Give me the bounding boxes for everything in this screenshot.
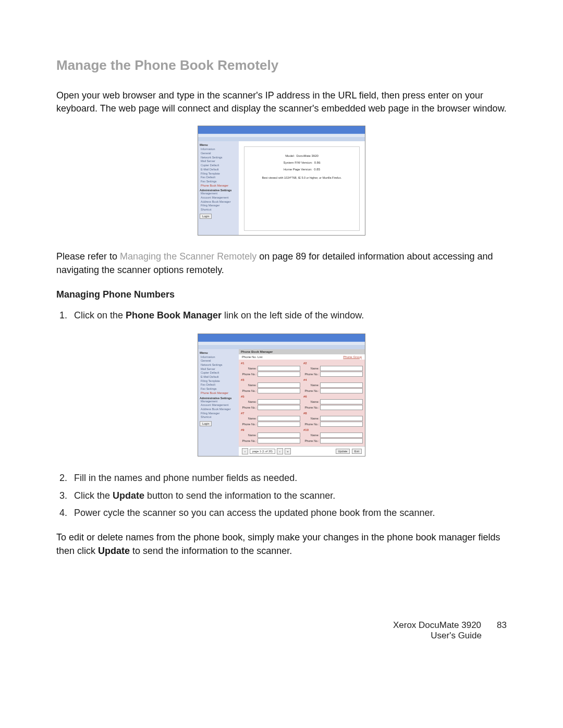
fw-label: System F/W Version: xyxy=(283,161,312,164)
sidebar-item-information[interactable]: Information xyxy=(200,355,237,360)
footer-doc-title: User's Guide xyxy=(56,631,482,641)
name-input[interactable] xyxy=(320,399,363,404)
entry-num-5: #5 xyxy=(241,395,300,398)
sidebar-item-management[interactable]: Management xyxy=(200,400,237,404)
entry-num-4: #4 xyxy=(303,378,363,381)
phone-input[interactable] xyxy=(320,388,363,393)
login-button[interactable]: Login xyxy=(200,421,212,426)
entry-num-7: #7 xyxy=(241,412,300,415)
update-button[interactable]: Update xyxy=(336,449,350,454)
sidebar-item-mail-server[interactable]: Mail Server xyxy=(200,159,237,164)
entry-num-10: #10 xyxy=(303,428,363,431)
name-input[interactable] xyxy=(320,416,363,421)
sidebar-item-network[interactable]: Network Settings xyxy=(200,363,237,367)
sidebar-item-shortcut[interactable]: Shortcut xyxy=(200,208,237,212)
name-input[interactable] xyxy=(320,366,363,371)
phone-input[interactable] xyxy=(320,372,363,377)
pager-next-icon[interactable]: › xyxy=(277,448,283,454)
name-input[interactable] xyxy=(320,433,363,438)
sidebar-item-shortcut[interactable]: Shortcut xyxy=(200,415,237,419)
page-title: Manage the Phone Book Remotely xyxy=(56,57,507,73)
sidebar-section-admin: Administrative Settings xyxy=(200,397,237,400)
name-input[interactable] xyxy=(258,366,300,371)
phone-input[interactable] xyxy=(320,405,363,410)
sidebar-item-general[interactable]: General xyxy=(200,359,237,363)
sidebar-item-mail-server[interactable]: Mail Server xyxy=(200,367,237,372)
hp-label: Home Page Version: xyxy=(284,168,312,171)
reference-paragraph: Please refer to Managing the Scanner Rem… xyxy=(56,250,507,276)
entry-num-6: #6 xyxy=(303,395,363,398)
sidebar-item-phone-book-manager[interactable]: Phone Book Manager xyxy=(200,391,237,396)
pager-prev-icon[interactable]: ‹ xyxy=(242,448,248,454)
content-title: Phone Book Manager xyxy=(239,349,365,354)
name-label: Name: xyxy=(241,367,256,370)
closing-paragraph: To edit or delete names from the phone b… xyxy=(56,531,507,557)
link-managing-scanner-remotely[interactable]: Managing the Scanner Remotely xyxy=(120,251,256,262)
sidebar-item-email-default[interactable]: E-Mail Default xyxy=(200,375,237,379)
sidebar-item-management[interactable]: Management xyxy=(200,192,237,196)
login-button[interactable]: Login xyxy=(200,214,212,219)
screenshot-phone-book: Menu Information General Network Setting… xyxy=(198,334,365,456)
sidebar-item-filing-manager[interactable]: Filing Manager xyxy=(200,204,237,208)
name-input[interactable] xyxy=(258,433,300,438)
sidebar-item-address-book-manager[interactable]: Address Book Manager xyxy=(200,408,237,412)
sidebar-item-fax-default[interactable]: Fax Default xyxy=(200,383,237,387)
footer-page-number: 83 xyxy=(497,620,507,630)
exit-button[interactable]: Exit xyxy=(352,449,362,454)
sidebar-item-account-management[interactable]: Account Management xyxy=(200,403,237,408)
name-input[interactable] xyxy=(258,399,300,404)
sidebar-item-email-default[interactable]: E-Mail Default xyxy=(200,168,237,172)
sub-heading: Managing Phone Numbers xyxy=(56,289,507,300)
name-input[interactable] xyxy=(258,416,300,421)
sidebar-item-copier-default[interactable]: Copier Default xyxy=(200,164,237,168)
sidebar-item-network[interactable]: Network Settings xyxy=(200,156,237,160)
pager-text: page 1 (1 of 20) xyxy=(250,449,275,454)
sidebar-item-fax-default[interactable]: Fax Default xyxy=(200,176,237,180)
model-label: Model: xyxy=(285,154,295,157)
phone-input[interactable] xyxy=(258,422,300,427)
footer-product: Xerox DocuMate 3920 xyxy=(393,620,481,630)
name-input[interactable] xyxy=(258,382,300,388)
name-input[interactable] xyxy=(320,382,363,388)
hp-value: 0.85 xyxy=(314,168,320,171)
step-1: Click on the Phone Book Manager link on … xyxy=(70,309,507,323)
phone-input[interactable] xyxy=(258,438,300,443)
entry-num-2: #2 xyxy=(303,362,363,365)
sidebar-item-phone-book-manager[interactable]: Phone Book Manager xyxy=(200,184,237,188)
sidebar: Menu Information General Network Setting… xyxy=(198,141,239,235)
browser-note: Best viewed with 1024*768, IE 5.0 or hig… xyxy=(250,176,354,181)
intro-paragraph: Open your web browser and type in the sc… xyxy=(56,89,507,115)
entry-num-9: #9 xyxy=(241,428,300,431)
sidebar-item-filing-template[interactable]: Filing Template xyxy=(200,172,237,176)
menu-label: Menu xyxy=(200,143,237,146)
sidebar: Menu Information General Network Setting… xyxy=(198,349,239,456)
screenshot-home: Menu Information General Network Setting… xyxy=(198,126,365,236)
phone-input[interactable] xyxy=(258,372,300,377)
phone-form-area: #1 Name: Phone No.: #2 Name: Phone No.: xyxy=(239,360,365,446)
step-2: Fill in the names and phone number field… xyxy=(70,471,507,486)
window-titlebar xyxy=(198,334,365,342)
pager-last-icon[interactable]: » xyxy=(285,448,291,454)
phone-input[interactable] xyxy=(320,422,363,427)
sidebar-item-information[interactable]: Information xyxy=(200,147,237,152)
steps-list-cont: Fill in the names and phone number field… xyxy=(56,471,507,521)
phone-input[interactable] xyxy=(320,438,363,443)
fw-value: 0.86 xyxy=(314,161,321,164)
sidebar-item-fax-settings[interactable]: Fax Settings xyxy=(200,180,237,184)
phone-list-label: Phone No. List xyxy=(242,355,262,359)
phone-group-link[interactable]: Phone Group xyxy=(343,355,362,359)
sidebar-item-address-book-manager[interactable]: Address Book Manager xyxy=(200,200,237,204)
step-4: Power cycle the scanner so you can acces… xyxy=(70,506,507,521)
entry-num-8: #8 xyxy=(303,412,363,415)
phone-input[interactable] xyxy=(258,405,300,410)
menu-label: Menu xyxy=(200,351,237,354)
sidebar-item-account-management[interactable]: Account Management xyxy=(200,196,237,200)
sidebar-item-general[interactable]: General xyxy=(200,152,237,156)
sidebar-item-fax-settings[interactable]: Fax Settings xyxy=(200,387,237,391)
info-panel: Model: DocuMate 3920 System F/W Version:… xyxy=(244,147,359,187)
sidebar-item-filing-template[interactable]: Filing Template xyxy=(200,379,237,384)
steps-list: Click on the Phone Book Manager link on … xyxy=(56,309,507,323)
sidebar-item-filing-manager[interactable]: Filing Manager xyxy=(200,412,237,416)
phone-input[interactable] xyxy=(258,388,300,393)
sidebar-item-copier-default[interactable]: Copier Default xyxy=(200,371,237,375)
